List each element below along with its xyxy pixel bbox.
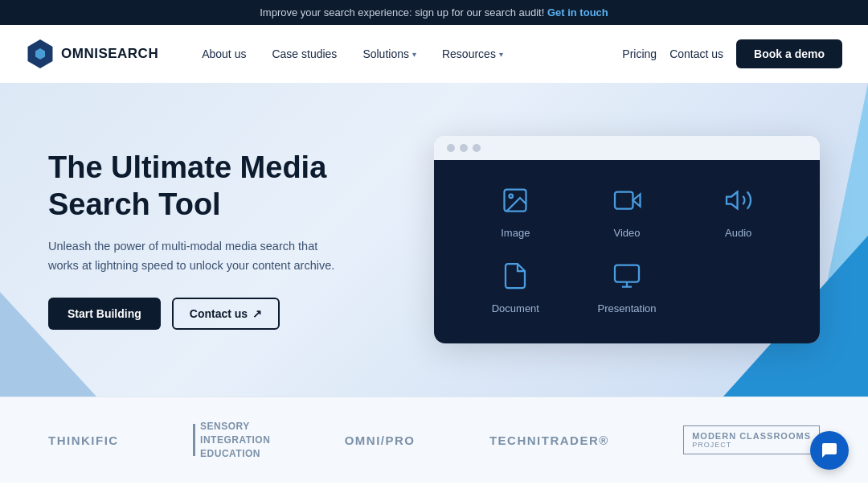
logo-thinkific: THINKIFIC xyxy=(48,434,119,447)
document-label: Document xyxy=(492,302,539,314)
media-item-video[interactable]: Video xyxy=(578,186,677,239)
image-label: Image xyxy=(501,227,530,239)
logo-omnipro: OMNI/PRO xyxy=(345,434,416,447)
media-card-wrapper: Image Video Audio xyxy=(434,136,820,343)
video-icon xyxy=(612,186,641,219)
nav-contact[interactable]: Contact us xyxy=(669,47,723,60)
window-dot-2 xyxy=(460,144,468,152)
image-icon xyxy=(501,186,530,219)
window-dot-1 xyxy=(447,144,455,152)
presentation-icon xyxy=(612,261,641,294)
nav-pricing[interactable]: Pricing xyxy=(622,47,657,60)
media-item-audio[interactable]: Audio xyxy=(689,186,788,239)
audio-icon xyxy=(724,186,753,219)
svg-rect-5 xyxy=(615,265,639,282)
nav-solutions[interactable]: Solutions ▾ xyxy=(351,41,428,67)
svg-rect-2 xyxy=(615,192,633,209)
media-item-image[interactable]: Image xyxy=(466,186,565,239)
document-icon xyxy=(501,261,530,294)
hero-subtitle: Unleash the power of multi-modal media s… xyxy=(48,237,338,274)
grid-spacer xyxy=(689,261,788,314)
media-item-document[interactable]: Document xyxy=(466,261,565,314)
nav-about[interactable]: About us xyxy=(190,41,257,67)
window-dot-3 xyxy=(473,144,481,152)
nav-resources[interactable]: Resources ▾ xyxy=(431,41,514,67)
logo[interactable]: OMNISEARCH xyxy=(26,39,158,68)
start-building-button[interactable]: Start Building xyxy=(48,298,161,330)
video-label: Video xyxy=(613,227,640,239)
logo-sensory: SensoryIntegrationEducation xyxy=(193,420,270,460)
chat-bubble-button[interactable] xyxy=(810,431,849,470)
svg-marker-3 xyxy=(633,195,640,207)
sensory-text: SensoryIntegrationEducation xyxy=(200,420,270,460)
solutions-chevron-icon: ▾ xyxy=(412,50,416,59)
hero-buttons: Start Building Contact us ↗ xyxy=(48,298,386,330)
card-titlebar xyxy=(434,136,820,160)
media-item-presentation[interactable]: Presentation xyxy=(578,261,677,314)
banner-text: Improve your search experience: sign up … xyxy=(260,6,544,18)
card-body: Image Video Audio xyxy=(434,160,820,343)
arrow-icon: ↗ xyxy=(252,307,262,320)
logo-technitrader: TECHNITRADER® xyxy=(489,434,609,447)
hero-section: The Ultimate Media Search Tool Unleash t… xyxy=(0,83,868,397)
nav-right: Pricing Contact us Book a demo xyxy=(622,39,842,68)
navbar: OMNISEARCH About us Case studies Solutio… xyxy=(0,25,868,83)
banner-link[interactable]: Get in touch xyxy=(547,6,608,18)
sensory-bar xyxy=(193,424,195,456)
logo-icon xyxy=(26,39,55,68)
svg-point-1 xyxy=(510,195,514,199)
book-demo-button[interactable]: Book a demo xyxy=(736,39,842,68)
contact-us-button[interactable]: Contact us ↗ xyxy=(172,298,280,330)
hero-title: The Ultimate Media Search Tool xyxy=(48,150,386,223)
nav-links: About us Case studies Solutions ▾ Resour… xyxy=(190,41,622,67)
nav-case-studies[interactable]: Case studies xyxy=(260,41,348,67)
logos-strip: THINKIFIC SensoryIntegrationEducation OM… xyxy=(0,397,868,483)
hero-text: The Ultimate Media Search Tool Unleash t… xyxy=(48,150,386,330)
audio-label: Audio xyxy=(725,227,751,239)
logo-text: OMNISEARCH xyxy=(61,46,158,62)
svg-marker-4 xyxy=(727,192,738,209)
media-card: Image Video Audio xyxy=(434,136,820,343)
logo-modern-classrooms: Modern ClassroomsProject xyxy=(683,425,820,454)
presentation-label: Presentation xyxy=(597,302,656,314)
chat-icon xyxy=(820,441,839,460)
resources-chevron-icon: ▾ xyxy=(499,50,503,59)
top-banner: Improve your search experience: sign up … xyxy=(0,0,868,25)
